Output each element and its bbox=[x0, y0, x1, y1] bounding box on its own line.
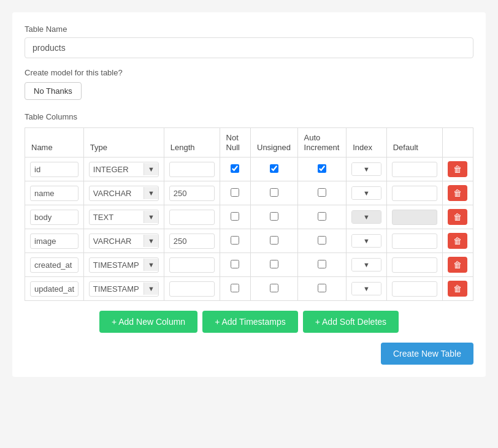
model-question-text: Create model for this table? bbox=[25, 68, 473, 77]
type-dropdown-arrow[interactable]: ▼ bbox=[144, 187, 158, 199]
row-not-null-checkbox[interactable] bbox=[231, 236, 239, 245]
th-not-null: NotNull bbox=[220, 128, 250, 158]
row-not-null-checkbox[interactable] bbox=[231, 284, 239, 292]
row-default-input[interactable] bbox=[392, 233, 437, 249]
table-row: VARCHAR▼▼🗑 bbox=[25, 229, 473, 253]
add-timestamps-button[interactable]: + Add Timestamps bbox=[202, 311, 298, 333]
row-name-input[interactable] bbox=[30, 210, 79, 225]
index-dropdown-arrow[interactable]: ▼ bbox=[352, 163, 381, 175]
table-row: TIMESTAMP▼▼🗑 bbox=[25, 253, 473, 277]
row-type-select[interactable]: VARCHAR▼ bbox=[89, 233, 159, 249]
th-default: Default bbox=[386, 128, 442, 158]
type-dropdown-arrow[interactable]: ▼ bbox=[144, 283, 158, 295]
index-dropdown-arrow[interactable]: ▼ bbox=[352, 235, 381, 247]
row-unsigned-checkbox[interactable] bbox=[270, 212, 278, 221]
delete-row-button[interactable]: 🗑 bbox=[448, 257, 467, 273]
row-name-input[interactable] bbox=[30, 233, 79, 249]
row-default-input[interactable] bbox=[392, 257, 437, 273]
row-index-select[interactable]: ▼ bbox=[351, 234, 381, 248]
row-auto-increment-checkbox[interactable] bbox=[318, 236, 326, 245]
row-length-input[interactable] bbox=[169, 186, 215, 201]
table-row: TEXT▼▼🗑 bbox=[25, 205, 473, 229]
index-dropdown-arrow[interactable]: ▼ bbox=[352, 187, 381, 199]
row-length-input[interactable] bbox=[169, 162, 215, 177]
row-auto-increment-checkbox[interactable] bbox=[318, 212, 326, 221]
row-not-null-checkbox[interactable] bbox=[231, 212, 239, 221]
row-default-input[interactable] bbox=[392, 186, 437, 201]
row-name-input[interactable] bbox=[30, 257, 79, 273]
row-default-input[interactable] bbox=[392, 162, 437, 177]
create-new-table-button[interactable]: Create New Table bbox=[381, 343, 473, 365]
row-index-select[interactable]: ▼ bbox=[351, 210, 381, 224]
type-dropdown-arrow[interactable]: ▼ bbox=[144, 211, 158, 223]
th-auto-increment: AutoIncrement bbox=[297, 128, 347, 158]
type-dropdown-arrow[interactable]: ▼ bbox=[144, 235, 158, 247]
row-auto-increment-checkbox[interactable] bbox=[318, 260, 326, 268]
table-row: INTEGER▼▼🗑 bbox=[25, 158, 473, 181]
row-unsigned-checkbox[interactable] bbox=[270, 260, 278, 268]
th-unsigned: Unsigned bbox=[251, 128, 298, 158]
add-soft-deletes-button[interactable]: + Add Soft Deletes bbox=[303, 311, 399, 333]
th-type: Type bbox=[83, 128, 164, 158]
row-index-select[interactable]: ▼ bbox=[351, 186, 381, 200]
row-index-select[interactable]: ▼ bbox=[351, 258, 381, 271]
row-default-input[interactable] bbox=[392, 281, 437, 297]
table-row: TIMESTAMP▼▼🗑 bbox=[25, 277, 473, 301]
th-index: Index bbox=[347, 128, 387, 158]
table-columns-label: Table Columns bbox=[25, 112, 473, 121]
row-not-null-checkbox[interactable] bbox=[231, 188, 239, 197]
row-type-select[interactable]: VARCHAR▼ bbox=[89, 186, 159, 201]
row-not-null-checkbox[interactable] bbox=[231, 260, 239, 268]
row-type-select[interactable]: TEXT▼ bbox=[89, 210, 159, 225]
row-name-input[interactable] bbox=[30, 162, 79, 177]
add-new-column-button[interactable]: + Add New Column bbox=[99, 311, 197, 333]
index-dropdown-arrow[interactable]: ▼ bbox=[352, 259, 381, 271]
row-auto-increment-checkbox[interactable] bbox=[318, 164, 326, 173]
index-dropdown-arrow[interactable]: ▼ bbox=[352, 283, 381, 295]
th-length: Length bbox=[164, 128, 220, 158]
row-default-input bbox=[392, 210, 437, 225]
row-type-select[interactable]: TIMESTAMP▼ bbox=[89, 257, 159, 273]
row-unsigned-checkbox[interactable] bbox=[270, 188, 278, 197]
row-name-input[interactable] bbox=[30, 186, 79, 201]
th-name: Name bbox=[25, 128, 84, 158]
delete-row-button[interactable]: 🗑 bbox=[448, 281, 467, 297]
row-unsigned-checkbox[interactable] bbox=[270, 164, 278, 173]
bottom-bar: Create New Table bbox=[25, 343, 473, 365]
row-length-input[interactable] bbox=[169, 281, 215, 297]
no-thanks-button[interactable]: No Thanks bbox=[25, 82, 82, 100]
type-dropdown-arrow[interactable]: ▼ bbox=[144, 259, 158, 271]
th-action bbox=[442, 128, 473, 158]
row-unsigned-checkbox[interactable] bbox=[270, 236, 278, 245]
add-buttons-group: + Add New Column + Add Timestamps + Add … bbox=[25, 311, 473, 333]
delete-row-button[interactable]: 🗑 bbox=[448, 161, 467, 177]
row-auto-increment-checkbox[interactable] bbox=[318, 188, 326, 197]
row-name-input[interactable] bbox=[30, 281, 79, 297]
row-length-input[interactable] bbox=[169, 210, 215, 225]
delete-row-button[interactable]: 🗑 bbox=[448, 233, 467, 249]
delete-row-button[interactable]: 🗑 bbox=[448, 209, 467, 225]
table-row: VARCHAR▼▼🗑 bbox=[25, 181, 473, 205]
row-type-select[interactable]: TIMESTAMP▼ bbox=[89, 281, 159, 297]
index-dropdown-arrow[interactable]: ▼ bbox=[352, 211, 381, 223]
columns-table: Name Type Length NotNull Unsigned AutoIn… bbox=[25, 127, 473, 301]
row-unsigned-checkbox[interactable] bbox=[270, 284, 278, 292]
row-not-null-checkbox[interactable] bbox=[231, 164, 239, 173]
row-index-select[interactable]: ▼ bbox=[351, 282, 381, 295]
delete-row-button[interactable]: 🗑 bbox=[448, 185, 467, 201]
row-type-select[interactable]: INTEGER▼ bbox=[89, 162, 159, 177]
type-dropdown-arrow[interactable]: ▼ bbox=[144, 163, 158, 175]
row-length-input[interactable] bbox=[169, 257, 215, 273]
row-index-select[interactable]: ▼ bbox=[351, 162, 381, 176]
row-auto-increment-checkbox[interactable] bbox=[318, 284, 326, 292]
table-name-input[interactable] bbox=[25, 37, 473, 58]
table-name-label: Table Name bbox=[25, 25, 473, 34]
row-length-input[interactable] bbox=[169, 233, 215, 249]
